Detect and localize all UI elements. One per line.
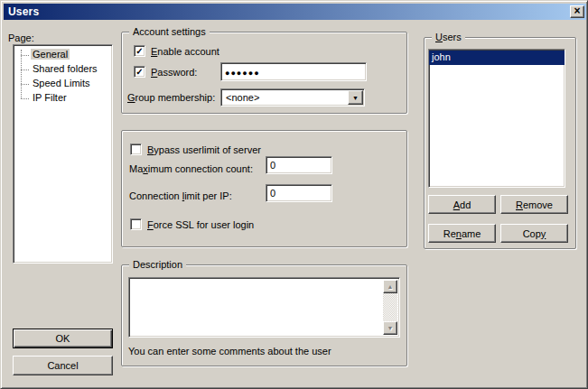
description-scrollbar[interactable]: ▲ ▼ [383,280,397,335]
add-user-button-label: Add [453,199,471,210]
group-membership-value: <none> [226,92,259,103]
connection-limits-group: Bypass userlimit of server Maximum conne… [121,130,407,247]
rename-user-button[interactable]: Rename [428,224,496,243]
close-button[interactable]: × [570,5,584,18]
ok-button[interactable]: OK [13,329,113,348]
group-membership-select[interactable]: <none> ▼ [220,88,365,107]
group-membership-label: Group membership: [127,92,215,103]
password-row: ✓ Password: [134,66,197,78]
max-connection-count-input[interactable] [266,156,332,174]
enable-account-checkbox[interactable]: ✓ [134,45,145,57]
scroll-down-button[interactable]: ▼ [383,321,397,335]
copy-user-button[interactable]: Copy [500,224,568,243]
password-label: Password: [151,67,197,78]
scroll-up-button[interactable]: ▲ [383,280,397,293]
rename-user-button-label: Rename [443,228,481,239]
force-ssl-row: Force SSL for user login [130,218,254,230]
scroll-up-icon: ▲ [387,283,394,290]
page-label: Page: [8,32,34,43]
connection-limit-per-ip-input[interactable] [266,184,332,202]
account-settings-group: Account settings ✓ Enable account ✓ Pass… [121,32,407,114]
bypass-userlimit-checkbox[interactable] [130,144,142,155]
tree-item-ip-filter[interactable]: IP Filter [14,91,112,106]
users-dialog: Users × Page: General Shared folders Spe… [0,0,588,389]
force-ssl-label: Force SSL for user login [147,219,254,230]
tree-item-label: Shared folders [31,63,99,74]
window-title: Users [4,5,39,18]
user-name: john [432,51,451,62]
enable-account-label: Enable account [151,46,219,57]
password-input[interactable] [220,62,367,81]
ok-button-label: OK [56,333,70,344]
description-textarea[interactable] [129,278,399,337]
connection-limit-per-ip-label: Connection limit per IP: [129,190,232,201]
force-ssl-checkbox[interactable] [130,218,142,230]
bypass-userlimit-label: Bypass userlimit of server [147,144,261,155]
max-connection-count-label: Maximum connection count: [129,163,253,174]
description-hint: You can enter some comments about the us… [128,346,331,357]
enable-account-row: ✓ Enable account [134,45,219,57]
cancel-button-label: Cancel [47,360,78,371]
tree-item-label: IP Filter [31,92,69,103]
chevron-down-icon: ▼ [352,95,359,101]
tree-item-label: General [31,49,70,60]
users-group: Users john Add Remove Rename Copy [424,37,576,249]
tree-item-shared-folders[interactable]: Shared folders [14,62,112,77]
tree-item-label: Speed Limits [31,78,92,88]
copy-user-button-label: Copy [523,228,546,239]
group-membership-dropdown-button[interactable]: ▼ [348,90,363,105]
remove-user-button[interactable]: Remove [500,195,568,214]
add-user-button[interactable]: Add [428,195,496,214]
users-group-title: Users [432,32,465,42]
titlebar[interactable]: Users × [4,4,586,20]
tree-item-speed-limits[interactable]: Speed Limits [14,77,112,91]
user-list-item[interactable]: john [429,51,565,65]
description-title: Description [129,259,186,270]
scroll-down-icon: ▼ [387,325,394,331]
remove-user-button-label: Remove [516,199,553,210]
close-icon: × [574,6,580,15]
account-settings-title: Account settings [129,26,210,37]
cancel-button[interactable]: Cancel [13,356,113,375]
description-group: Description ▲ ▼ You can enter some comme… [121,264,407,366]
bypass-userlimit-row: Bypass userlimit of server [130,144,261,155]
users-list[interactable]: john [428,49,565,188]
password-checkbox[interactable]: ✓ [134,66,145,78]
tree-item-general[interactable]: General [14,48,112,62]
page-tree[interactable]: General Shared folders Speed Limits IP F… [13,44,113,264]
description-field-frame: ▲ ▼ [128,277,400,338]
